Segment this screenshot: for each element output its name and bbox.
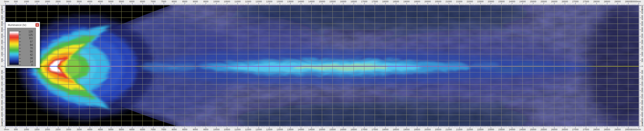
ruler-label: 17500 [372,128,378,131]
ruler-label: 6500 [140,128,145,131]
legend-tick [19,48,21,48]
legend-tick [19,38,21,38]
ruler-major-tick [354,3,354,5]
ruler-major-tick [618,3,618,5]
ruler-major-tick [3,97,5,97]
ruler-label: 11000 [234,128,240,131]
ruler-major-tick [333,3,333,5]
ruler-label: 2000 [1,40,3,45]
ruler-major-tick [449,3,449,5]
legend-tick [19,55,21,55]
ruler-label: 3500 [77,128,82,131]
ruler-major-tick [5,3,6,5]
ruler-label: 16500 [350,0,357,3]
ruler-label: 500 [1,58,3,62]
ruler-major-tick [575,3,576,5]
ruler-label: -3500 [641,106,643,112]
ruler-label: 25500 [541,128,547,131]
ruler-label: 1000 [1,52,3,57]
ruler-label: 23000 [488,0,494,3]
illuminance-map[interactable] [5,5,639,126]
legend-window: illuminance (lx) x 139125111978470564228… [6,22,40,68]
ruler-major-tick [639,72,641,73]
ruler-major-tick [3,48,5,48]
ruler-label: 29500 [625,128,631,131]
ruler-bottom: 0mm5001000150020002500300035004000450050… [0,126,644,131]
ruler-label: 2000 [641,40,643,45]
ruler-label: 23500 [498,128,505,131]
ruler-label: 25000 [530,0,536,3]
ruler-label: -500 [1,70,3,75]
ruler-label: 21500 [456,128,462,131]
ruler-label: 22000 [467,0,473,3]
ruler-label: -1500 [641,82,643,87]
ruler-major-tick [533,3,533,5]
ruler-label: -4000 [1,112,3,118]
ruler-label: 11500 [245,128,251,131]
ruler-major-tick [639,103,641,103]
ruler-label: 500 [14,0,18,3]
ruler-label: 13000 [277,128,283,131]
legend-value: 139 [22,30,33,33]
ruler-label: 27500 [583,128,589,131]
legend-tick [19,42,21,42]
ruler-label: 13500 [287,128,294,131]
ruler-label: 24500 [519,0,526,3]
ruler-label: 9000 [193,0,198,3]
ruler-major-tick [3,90,5,91]
ruler-label: 19500 [414,128,420,131]
ruler-label: 20500 [435,0,441,3]
ruler-label: 16500 [350,128,357,131]
ruler-label: 15000 [319,0,325,3]
ruler-label: 8500 [182,128,187,131]
ruler-major-tick [470,3,470,5]
ruler-major-tick [639,90,641,91]
ruler-label: 6500 [140,0,145,3]
ruler-label: 27000 [572,128,579,131]
ruler-major-tick [522,3,523,5]
ruler-label: 26500 [562,0,568,3]
ruler-label: 12500 [266,128,272,131]
ruler-label: 29000 [615,0,621,3]
ruler-major-tick [639,36,641,36]
ruler-major-tick [3,18,5,18]
ruler-major-tick [216,3,217,5]
ruler-major-tick [639,30,641,30]
ruler-major-tick [385,3,386,5]
ruler-label: 30000mm [631,128,641,131]
ruler-major-tick [122,3,122,5]
ruler-label: 2500 [641,33,643,38]
ruler-label: 25500 [541,0,547,3]
ruler-major-tick [3,12,5,12]
ruler-major-tick [111,3,111,5]
close-button[interactable]: x [35,23,39,27]
legend-value: 111 [22,37,33,40]
ruler-right: 5000mm4500400035003000250020001500100050… [639,0,644,131]
ruler-label: 10000 [213,128,220,131]
ruler-label: 1000 [24,128,29,131]
ruler-label: 18500 [393,128,399,131]
ruler-label: 21000 [446,128,452,131]
grid-overlay [5,5,639,126]
ruler-major-tick [206,3,206,5]
ruler-label: 27500 [583,0,589,3]
ruler-label: 14500 [308,0,315,3]
ruler-label: 0mm [4,128,9,131]
ruler-label: 4000 [87,128,92,131]
ruler-major-tick [26,3,27,5]
ruler-label: 18000 [382,0,388,3]
ruler-major-tick [639,66,641,67]
ruler-major-tick [3,6,5,6]
legend-value: 84 [22,43,33,46]
ruler-major-tick [237,3,238,5]
ruler-label: -1000 [641,76,643,81]
ruler-label: 1000 [641,52,643,57]
ruler-label: 21500 [456,0,462,3]
ruler-major-tick [3,72,5,73]
legend-window-titlebar[interactable]: illuminance (lx) [6,22,40,28]
ruler-major-tick [164,3,164,5]
ruler-major-tick [417,3,417,5]
ruler-major-tick [290,3,291,5]
ruler-label: 2000 [45,128,50,131]
legend-value: 28 [22,57,33,59]
